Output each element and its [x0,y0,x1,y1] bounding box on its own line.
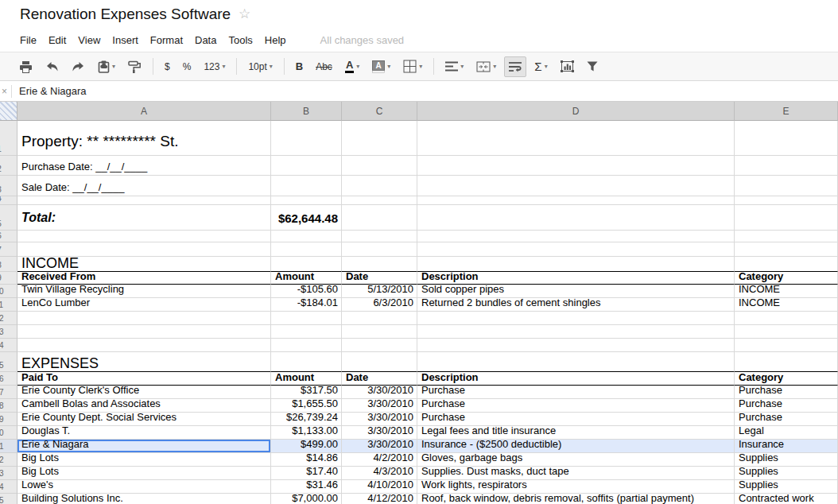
row-header-2[interactable]: 2 [0,156,17,176]
cell-C4[interactable] [342,196,417,205]
menu-item-format[interactable]: Format [150,34,183,46]
cell-E25[interactable]: Contracted work [735,494,838,504]
menu-item-edit[interactable]: Edit [48,34,66,46]
paint-format-button[interactable] [123,56,146,77]
row-header-4[interactable]: 4 [0,196,17,205]
cell-D3[interactable] [417,176,735,196]
menu-item-help[interactable]: Help [265,34,286,46]
document-title[interactable]: Renovation Expenses Software [20,6,231,23]
cell-A19[interactable]: Erie County Dept. Social Services [17,413,271,426]
cell-B13[interactable] [271,325,342,339]
cell-B23[interactable]: $17.40 [271,467,342,480]
cell-A2[interactable]: Purchase Date: __/__/____ [17,156,271,176]
cell-E10[interactable]: INCOME [735,285,838,298]
cell-B19[interactable]: $26,739.24 [271,413,342,426]
cell-B16[interactable]: Amount [271,372,342,386]
cell-B10[interactable]: -$105.60 [271,285,342,298]
row-header-16[interactable]: 16 [0,372,17,386]
functions-button[interactable]: Σ▾ [530,56,552,77]
cell-C8[interactable] [342,257,417,272]
menu-item-insert[interactable]: Insert [112,34,138,46]
cell-C7[interactable] [342,242,417,257]
cell-E3[interactable] [735,176,838,196]
cell-D1[interactable] [417,121,735,156]
bold-button[interactable]: B [291,56,308,77]
row-header-5[interactable]: 5 [0,205,17,231]
cell-D7[interactable] [417,242,735,257]
cell-D6[interactable] [417,231,735,242]
cell-A18[interactable]: Cambell Bolas and Associates [17,399,271,413]
cell-E9[interactable]: Category [735,272,838,285]
cell-A12[interactable] [17,312,271,325]
cell-D4[interactable] [417,196,735,205]
cell-A16[interactable]: Paid To [17,372,271,386]
cell-C13[interactable] [342,325,417,339]
row-header-23[interactable]: 23 [0,467,17,480]
text-color-button[interactable]: A▾ [340,56,364,77]
cell-C25[interactable]: 4/12/2010 [342,494,417,504]
cell-C18[interactable]: 3/30/2010 [342,399,417,413]
cell-B24[interactable]: $31.46 [271,480,342,494]
cell-D10[interactable]: Sold copper pipes [417,285,735,298]
cell-E20[interactable]: Legal [735,426,838,440]
redo-button[interactable] [67,56,90,77]
cell-A17[interactable]: Erie County Clerk's Office [17,386,271,399]
cell-E12[interactable] [735,312,838,325]
cell-D8[interactable] [417,257,735,272]
cell-C1[interactable] [342,121,417,156]
filter-button[interactable] [582,56,603,77]
cell-A1[interactable]: Property: ** ********* St. [17,121,271,156]
menu-item-tools[interactable]: Tools [228,34,252,46]
cell-D23[interactable]: Supplies. Dust masks, duct tape [417,467,735,480]
cell-C19[interactable]: 3/30/2010 [342,413,417,426]
cell-A4[interactable] [17,196,271,205]
cell-D16[interactable]: Description [417,372,735,386]
cell-C11[interactable]: 6/3/2010 [342,298,417,312]
cell-D9[interactable]: Description [417,272,735,285]
row-header-6[interactable]: 6 [0,231,17,242]
cell-D19[interactable]: Purchase [417,413,735,426]
cell-D15[interactable] [417,352,735,372]
cell-C9[interactable]: Date [342,272,417,285]
cell-D12[interactable] [417,312,735,325]
menu-item-data[interactable]: Data [195,34,216,46]
cell-D13[interactable] [417,325,735,339]
cell-B12[interactable] [271,312,342,325]
row-header-13[interactable]: 13 [0,325,17,339]
cell-E15[interactable] [735,352,838,372]
cell-B3[interactable] [271,176,342,196]
row-header-7[interactable]: 7 [0,242,17,257]
cell-D24[interactable]: Work lights, respirators [417,480,735,494]
select-all-corner[interactable] [0,102,17,121]
row-header-9[interactable]: 9 [0,272,17,285]
row-header-17[interactable]: 17 [0,386,17,399]
row-header-3[interactable]: 3 [0,176,17,196]
cell-A8[interactable]: INCOME [17,257,271,272]
cell-A10[interactable]: Twin Village Recycling [17,285,271,298]
cell-D11[interactable]: Returned 2 bundles of cement shingles [417,298,735,312]
cell-A11[interactable]: LenCo Lumber [17,298,271,312]
menu-item-file[interactable]: File [20,34,37,46]
cell-B21[interactable]: $499.00 [271,440,342,453]
cell-E11[interactable]: INCOME [735,298,838,312]
row-header-19[interactable]: 19 [0,413,17,426]
cell-C21[interactable]: 3/30/2010 [342,440,417,453]
row-header-22[interactable]: 22 [0,453,17,467]
cell-B11[interactable]: -$184.01 [271,298,342,312]
cell-A21[interactable]: Erie & Niagara [17,440,271,453]
row-header-14[interactable]: 14 [0,339,17,352]
cell-B18[interactable]: $1,655.50 [271,399,342,413]
borders-button[interactable]: ▾ [398,56,427,77]
cell-D18[interactable]: Purchase [417,399,735,413]
cell-A23[interactable]: Big Lots [17,467,271,480]
cell-B2[interactable] [271,156,342,176]
cell-B4[interactable] [271,196,342,205]
cell-A5[interactable]: Total: [17,205,271,231]
row-header-12[interactable]: 12 [0,312,17,325]
print-button[interactable] [14,56,37,77]
row-header-21[interactable]: 21 [0,440,17,453]
row-header-25[interactable]: 25 [0,494,17,504]
cell-C24[interactable]: 4/10/2010 [342,480,417,494]
column-header-E[interactable]: E [735,102,838,121]
cell-A14[interactable] [17,339,271,352]
